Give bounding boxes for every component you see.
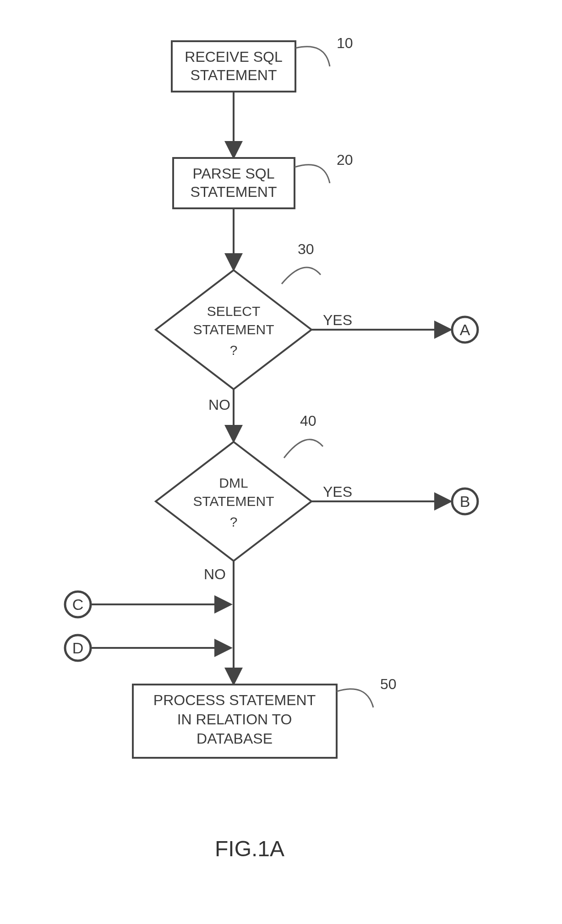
ref-label-10: 10: [337, 35, 353, 51]
ref-hook-50: [337, 689, 373, 707]
ref-label-30: 30: [298, 241, 314, 257]
ref-hook-10: [295, 47, 330, 66]
step-process-line3: DATABASE: [196, 730, 273, 747]
decision-select-diamond: SELECT STATEMENT ?: [156, 270, 311, 389]
step-receive-sql-line1: RECEIVE SQL: [185, 49, 282, 65]
decision-select-line1: SELECT: [207, 304, 261, 319]
label-select-no: NO: [208, 397, 230, 413]
label-select-yes: YES: [323, 312, 352, 328]
figure-label: FIG.1A: [215, 837, 284, 861]
decision-dml-line1: DML: [219, 475, 248, 490]
ref-hook-40: [284, 440, 323, 458]
ref-hook-20: [295, 165, 330, 183]
decision-dml-line3: ?: [230, 514, 238, 529]
step-parse-sql-line1: PARSE SQL: [192, 165, 274, 182]
label-dml-yes: YES: [323, 484, 352, 500]
decision-dml-line2: STATEMENT: [193, 494, 274, 509]
ref-label-50: 50: [380, 676, 397, 692]
decision-select-line3: ?: [230, 342, 238, 358]
ref-label-40: 40: [300, 413, 316, 429]
step-receive-sql-box: RECEIVE SQL STATEMENT: [172, 41, 295, 92]
step-process-line2: IN RELATION TO: [177, 711, 292, 728]
ref-hook-30: [282, 267, 321, 284]
step-process-line1: PROCESS STATEMENT: [153, 692, 316, 708]
decision-dml-diamond: DML STATEMENT ?: [156, 442, 311, 561]
decision-select-line2: STATEMENT: [193, 322, 274, 337]
step-receive-sql-line2: STATEMENT: [190, 67, 277, 83]
step-parse-sql-box: PARSE SQL STATEMENT: [173, 158, 295, 208]
ref-label-20: 20: [337, 152, 353, 168]
connector-label-d: D: [72, 639, 84, 657]
connector-label-a: A: [460, 321, 470, 338]
step-process-box: PROCESS STATEMENT IN RELATION TO DATABAS…: [133, 685, 337, 758]
label-dml-no: NO: [204, 566, 226, 582]
connector-label-c: C: [72, 596, 84, 613]
step-parse-sql-line2: STATEMENT: [190, 184, 277, 200]
connector-label-b: B: [460, 493, 470, 510]
